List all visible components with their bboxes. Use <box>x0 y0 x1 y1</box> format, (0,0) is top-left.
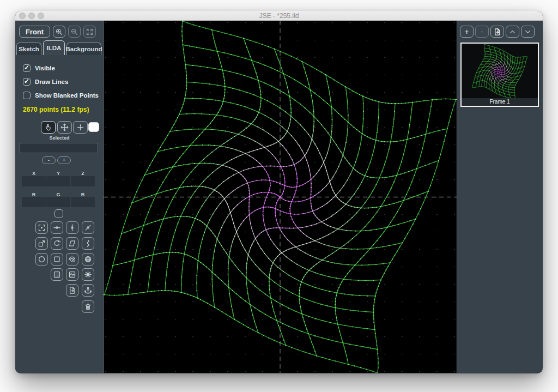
selected-label: Selected <box>15 135 104 141</box>
frames-panel: + - Frame 1 <box>457 21 542 373</box>
title-bar[interactable]: JSE - *255.ild <box>15 11 543 21</box>
scale-button[interactable] <box>35 237 48 250</box>
visible-checkbox[interactable] <box>23 64 31 72</box>
zoom-in-icon <box>55 28 63 36</box>
hand-icon <box>44 123 52 131</box>
export-file-icon <box>68 286 76 294</box>
z-field[interactable] <box>71 176 95 186</box>
fit-view-button[interactable] <box>83 26 96 38</box>
selection-decrement-button[interactable]: - <box>42 156 56 164</box>
tab-sketch[interactable]: Sketch <box>16 43 41 55</box>
diagonal-point-icon <box>84 224 92 232</box>
rotate-button[interactable] <box>51 237 63 250</box>
z-label: Z <box>71 171 95 176</box>
scale-icon <box>38 239 46 248</box>
desktop-background: JSE - *255.ild Front Sketch ILDA Backgro… <box>0 0 558 392</box>
move-icon <box>60 123 69 131</box>
show-blanked-points-checkbox[interactable] <box>23 92 31 99</box>
points-fps-status: 2670 points (11.2 fps) <box>23 106 89 113</box>
duplicate-frame-button[interactable] <box>490 26 504 38</box>
lock-color-checkbox[interactable] <box>54 209 63 218</box>
b-field[interactable] <box>71 197 95 207</box>
draw-lines-label: Draw Lines <box>35 79 68 85</box>
plus-icon <box>76 123 84 131</box>
show-blanked-points-label: Show Blanked Points <box>35 92 99 99</box>
remove-frame-button[interactable]: - <box>475 26 489 38</box>
visible-label: Visible <box>35 65 55 71</box>
tab-ilda[interactable]: ILDA <box>43 40 65 55</box>
color-swatch[interactable] <box>88 122 99 132</box>
halftone-button[interactable] <box>51 268 63 281</box>
shear-icon <box>68 239 76 248</box>
selection-increment-button[interactable]: + <box>57 156 71 164</box>
laser-frame-drawing <box>104 21 457 373</box>
export-frame-button[interactable] <box>66 284 78 297</box>
expand-icon <box>86 28 94 36</box>
show-blanked-points-checkbox-row[interactable]: Show Blanked Points <box>23 92 99 99</box>
shear-button[interactable] <box>66 237 78 250</box>
trash-icon <box>84 303 92 311</box>
center-selection-button[interactable] <box>35 221 48 234</box>
draw-lines-checkbox[interactable] <box>23 78 31 86</box>
zoom-in-button[interactable] <box>53 26 65 38</box>
spiral-button[interactable] <box>66 253 78 266</box>
add-point-tool-button[interactable] <box>73 121 88 134</box>
chevron-down-icon <box>524 28 532 36</box>
align-vertical-button[interactable] <box>66 221 78 234</box>
window-title: JSE - *255.ild <box>15 11 543 21</box>
align-diagonal-button[interactable] <box>82 221 94 234</box>
y-field[interactable] <box>46 176 70 186</box>
sphere-icon <box>84 255 92 263</box>
add-frame-button[interactable]: + <box>460 26 474 38</box>
y-label: Y <box>46 171 70 176</box>
move-frame-up-button[interactable] <box>506 26 519 38</box>
center-selection-icon <box>38 224 46 232</box>
x-field[interactable] <box>22 176 46 186</box>
frame-document-icon <box>493 28 501 36</box>
zoom-window-button[interactable] <box>38 13 44 19</box>
rectangle-button[interactable] <box>51 253 63 266</box>
zoom-out-button[interactable] <box>68 26 81 38</box>
frame-thumbnail-label: Frame 1 <box>462 98 538 106</box>
selected-input[interactable] <box>20 143 98 153</box>
app-window: JSE - *255.ild Front Sketch ILDA Backgro… <box>15 11 543 373</box>
x-label: X <box>22 171 46 176</box>
laser-preview-canvas[interactable] <box>104 21 457 373</box>
halftone-icon <box>53 270 61 279</box>
g-field[interactable] <box>46 197 70 207</box>
align-horizontal-button[interactable] <box>51 221 63 234</box>
minimize-window-button[interactable] <box>28 13 35 19</box>
circle-button[interactable] <box>35 253 48 266</box>
tab-background[interactable]: Background <box>66 43 101 55</box>
rotate-icon <box>53 239 61 248</box>
mask-button[interactable] <box>66 268 78 281</box>
view-front-button[interactable]: Front <box>19 26 50 38</box>
image-mask-icon <box>68 270 76 279</box>
rectangle-icon <box>53 255 61 263</box>
move-tool-button[interactable] <box>57 121 72 134</box>
brightness-icon <box>84 270 92 279</box>
delete-button[interactable] <box>82 300 94 313</box>
chevron-up-icon <box>508 28 517 36</box>
left-sidebar: Front Sketch ILDA Background Visible Dra… <box>15 21 104 373</box>
zoom-out-icon <box>70 28 78 36</box>
wave-icon <box>84 239 92 248</box>
circle-icon <box>38 255 46 263</box>
spiral-icon <box>68 255 76 263</box>
close-window-button[interactable] <box>19 13 26 19</box>
move-frame-down-button[interactable] <box>521 26 535 38</box>
brightness-button[interactable] <box>82 268 94 281</box>
frame-thumbnail[interactable]: Frame 1 <box>460 43 539 107</box>
anchor-button[interactable] <box>82 284 94 297</box>
select-tool-button[interactable] <box>41 121 56 134</box>
r-field[interactable] <box>22 197 46 207</box>
sphere-button[interactable] <box>82 253 94 266</box>
anchor-icon <box>84 286 92 294</box>
frame-thumbnail-drawing <box>462 44 538 106</box>
draw-lines-checkbox-row[interactable]: Draw Lines <box>23 78 68 86</box>
horizontal-point-icon <box>53 224 61 232</box>
visible-checkbox-row[interactable]: Visible <box>23 64 55 72</box>
wave-button[interactable] <box>82 237 94 250</box>
vertical-point-icon <box>68 224 76 232</box>
